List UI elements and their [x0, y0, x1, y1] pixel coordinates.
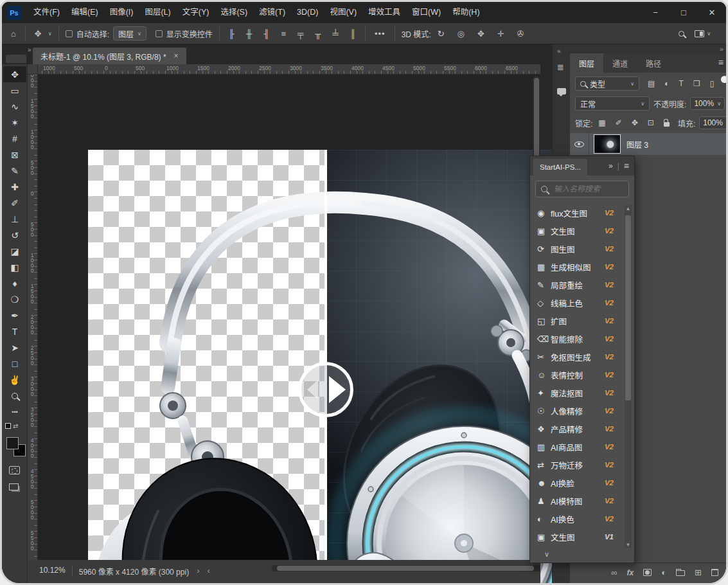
collapse-panels-icon[interactable]: «: [557, 47, 561, 55]
plugin-more-icon[interactable]: ∨: [544, 550, 549, 559]
filter-smart-object-icon[interactable]: ▯: [708, 79, 716, 88]
screen-mode-button[interactable]: [9, 483, 19, 491]
lasso-tool[interactable]: ∿: [3, 98, 26, 114]
horizontal-scrollbar-thumb[interactable]: [277, 566, 534, 571]
dodge-tool[interactable]: ❍: [3, 291, 26, 307]
plugin-tool-item[interactable]: ♟AI模特图V2: [530, 492, 634, 510]
plugin-tool-item[interactable]: ✂免抠图生成V2: [530, 348, 634, 366]
blend-mode-dropdown[interactable]: 正常 ∨: [575, 96, 650, 111]
blur-tool[interactable]: ♦: [3, 275, 26, 291]
plugin-tool-item[interactable]: ▣文生图V1: [530, 528, 634, 546]
lock-transparency-icon[interactable]: ▦: [596, 118, 607, 127]
plugin-tool-item[interactable]: ◐AI换色V2: [530, 510, 634, 528]
group-layers-icon[interactable]: [676, 570, 685, 575]
clone-stamp-tool[interactable]: ⊥: [3, 211, 26, 227]
eraser-tool[interactable]: ◪: [3, 243, 26, 259]
auto-select-target-dropdown[interactable]: 图层 ∨: [113, 26, 146, 40]
tab-overflow-icon[interactable]: »: [28, 46, 31, 53]
filter-shape-icon[interactable]: ❒: [691, 79, 702, 88]
align-top-icon[interactable]: ╤: [295, 29, 306, 39]
plugin-tab[interactable]: StartAI-PS...: [533, 159, 587, 176]
shape-tool[interactable]: □: [3, 356, 26, 372]
menu-item[interactable]: 编辑(E): [66, 2, 104, 23]
align-left-icon[interactable]: ╟: [226, 29, 237, 39]
layer-effects-icon[interactable]: fx: [627, 568, 634, 577]
expand-panels-icon[interactable]: »: [720, 45, 724, 53]
home-icon[interactable]: ⌂: [8, 29, 19, 39]
hand-tool[interactable]: ✌: [3, 372, 26, 388]
gradient-tool[interactable]: ◧: [3, 259, 26, 275]
lock-position-icon[interactable]: ✥: [630, 118, 640, 127]
delete-layer-icon[interactable]: [711, 569, 718, 576]
more-options-icon[interactable]: •••: [372, 29, 388, 39]
history-brush-tool[interactable]: ↺: [3, 227, 26, 243]
brush-tool[interactable]: ✐: [3, 195, 26, 211]
3d-drag-icon[interactable]: ✥: [475, 29, 487, 39]
align-center-h-icon[interactable]: ╫: [244, 29, 254, 39]
plugin-search-input[interactable]: [553, 184, 617, 194]
menu-item[interactable]: 文件(F): [28, 2, 66, 23]
chevron-down-icon[interactable]: ∨: [48, 31, 52, 37]
menu-item[interactable]: 图像(I): [104, 2, 139, 23]
fill-field[interactable]: 100% ∨: [699, 116, 728, 129]
type-tool[interactable]: T: [3, 323, 26, 339]
3d-roll-icon[interactable]: ◎: [455, 29, 467, 39]
lock-all-icon[interactable]: [662, 118, 671, 127]
status-next-icon[interactable]: ›: [197, 566, 199, 575]
workspace-switcher[interactable]: ∨: [695, 30, 711, 37]
layer-row[interactable]: 图层 3: [570, 133, 728, 155]
scroll-down-icon[interactable]: ▼: [625, 542, 632, 548]
menu-item[interactable]: 帮助(H): [447, 2, 485, 23]
align-right-icon[interactable]: ╢: [261, 29, 272, 39]
menu-item[interactable]: 3D(D): [291, 2, 324, 23]
document-tab[interactable]: 未标题-1 @ 10.1% (图层 3, RGB/8) * ×: [33, 48, 186, 64]
menu-item[interactable]: 增效工具: [362, 2, 406, 23]
foreground-color-swatch[interactable]: [6, 437, 19, 449]
plugin-scrollbar-thumb[interactable]: [625, 215, 631, 401]
frame-tool[interactable]: ⊠: [3, 147, 26, 163]
healing-brush-tool[interactable]: ✚: [3, 179, 26, 195]
plugin-search-box[interactable]: [535, 181, 629, 197]
toolbar-collapse-stub[interactable]: [6, 55, 26, 63]
align-middle-icon[interactable]: ╥: [312, 29, 323, 39]
maximize-button[interactable]: □: [670, 2, 698, 23]
eyedropper-tool[interactable]: ✎: [3, 163, 26, 179]
opacity-field[interactable]: 100% ∨: [690, 97, 725, 110]
search-icon[interactable]: [679, 31, 684, 37]
link-layers-icon[interactable]: ∞: [611, 568, 617, 577]
distribute-v-icon[interactable]: ║: [348, 29, 359, 39]
plugin-tool-item[interactable]: ☉人像精修V2: [530, 402, 634, 420]
filter-adjustment-icon[interactable]: ◐: [662, 79, 671, 88]
brush-settings-panel-icon[interactable]: ≣: [557, 62, 564, 72]
menu-item[interactable]: 视图(V): [324, 2, 362, 23]
3d-rotate-icon[interactable]: ↻: [435, 29, 447, 39]
move-tool-preset-icon[interactable]: ✥: [32, 29, 44, 39]
plugin-tool-item[interactable]: ▥AI商品图V2: [530, 438, 634, 456]
scroll-up-icon[interactable]: ▲: [625, 206, 632, 212]
menu-item[interactable]: 图层(L): [139, 2, 176, 23]
comment-panel-icon[interactable]: [557, 87, 566, 96]
plugin-tool-item[interactable]: ⟳图生图V2: [530, 240, 634, 258]
adjustment-layer-icon[interactable]: ◐: [661, 568, 666, 577]
plugin-tool-item[interactable]: ◇线稿上色V2: [530, 294, 634, 312]
filter-image-icon[interactable]: ▤: [646, 79, 657, 88]
filter-type-icon[interactable]: T: [677, 79, 686, 88]
lock-pixels-icon[interactable]: ✐: [614, 118, 624, 127]
default-colors-widget[interactable]: ⇄: [5, 422, 18, 429]
3d-slide-icon[interactable]: ✛: [495, 29, 507, 39]
horizontal-scrollbar[interactable]: [272, 565, 540, 572]
layer-name[interactable]: 图层 3: [626, 139, 648, 150]
zoom-tool[interactable]: [3, 388, 26, 404]
menu-item[interactable]: 选择(S): [215, 2, 253, 23]
layer-thumbnail[interactable]: [594, 135, 620, 153]
close-button[interactable]: ✕: [698, 2, 726, 23]
panel-menu-icon[interactable]: ≡: [718, 57, 724, 68]
toolbar-more-icon[interactable]: •••: [3, 404, 26, 420]
plugin-collapse-icon[interactable]: »: [608, 161, 613, 170]
new-layer-icon[interactable]: ⊞: [695, 568, 702, 577]
plugin-tool-item[interactable]: ☺表情控制V2: [530, 366, 634, 384]
filter-type-dropdown[interactable]: 类型 ∨: [575, 76, 639, 91]
swap-colors-icon[interactable]: ⇄: [13, 422, 18, 429]
layer-mask-icon[interactable]: [643, 569, 652, 576]
canvas-document[interactable]: FU: [88, 150, 569, 585]
